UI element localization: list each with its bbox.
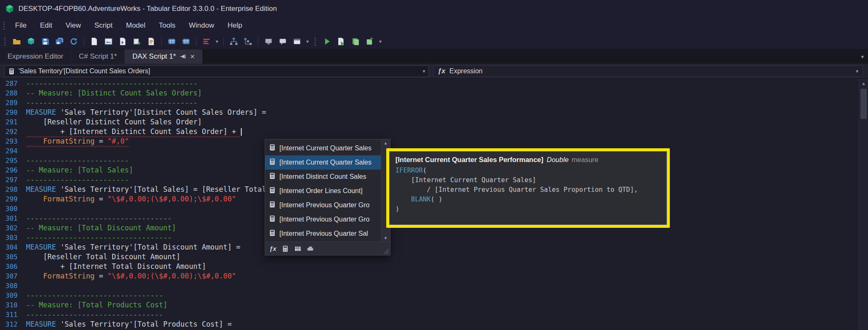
table-export-icon [182,37,190,46]
dax-query-button[interactable] [116,35,129,48]
code-line[interactable]: 289-------------------------------------… [0,98,859,108]
code-line[interactable]: 292 + [Internet Distinct Count Sales Ord… [0,127,859,137]
menu-script[interactable]: Script [88,18,119,34]
measure-selector-chevron-icon[interactable]: ▾ [423,68,425,74]
intellisense-item[interactable]: [Internet Distinct Count Sales [265,170,390,184]
code-line[interactable]: 290MEASURE 'Sales Territory'[Distinct Co… [0,108,859,117]
intellisense-item[interactable]: [Internet Current Quarter Sales [265,155,390,170]
line-number: 295 [0,156,26,165]
new-script-button[interactable] [88,35,101,48]
scroll-up-arrow-icon[interactable]: ▲ [859,79,868,88]
format-dax-icon [202,37,211,46]
save-all-button[interactable] [53,35,66,48]
columns-filter-icon[interactable] [294,245,302,253]
menu-window[interactable]: Window [182,18,221,34]
code-line[interactable]: 307 FormatString = "\$#,0.00;(\$#,0.00);… [0,271,859,281]
tab-overflow-chevron-icon[interactable]: ▾ [861,49,864,64]
comment-button[interactable] [276,35,289,48]
code-line[interactable]: 304MEASURE 'Sales Territory'[Total Disco… [0,242,859,252]
run-button[interactable] [320,35,334,48]
tab-dax-script[interactable]: DAX Script 1* × [125,49,202,64]
pin-tab-icon[interactable] [180,54,186,59]
refresh-button[interactable] [67,35,80,48]
line-number: 296 [0,165,26,175]
expression-property-chevron-icon[interactable]: ▾ [856,68,858,74]
format-dax-dropdown-chevron[interactable]: ▾ [214,39,220,44]
code-line[interactable]: 287-------------------------------------… [0,79,859,88]
code-line[interactable]: 311-------------------------------- [0,310,859,320]
intellisense-item[interactable]: [Internet Previous Quarter Gro [265,198,390,212]
open-file-button[interactable] [10,35,23,48]
code-line[interactable]: 288-- Measure: [Distinct Count Sales Ord… [0,88,859,98]
intellisense-item[interactable]: [Internet Order Lines Count] [265,184,390,198]
line-number: 293 [0,137,26,146]
code-line[interactable]: 303---------------------------------- [0,233,859,242]
code-line[interactable]: 312MEASURE 'Sales Territory'[Total Produ… [0,320,859,329]
intellisense-item[interactable]: [Internet Previous Quarter Sal [265,227,390,241]
code-text: ---------------------------------------- [26,98,197,108]
menu-model[interactable]: Model [119,18,152,34]
menu-tools[interactable]: Tools [152,18,182,34]
publish-button[interactable] [363,35,377,48]
dependencies-button[interactable] [227,35,240,48]
intellisense-item[interactable]: [Internet Previous Quarter Gro [265,212,390,227]
scroll-down-arrow-icon[interactable]: ▼ [384,236,388,240]
window-layout-button[interactable] [290,35,304,48]
tables-filter-icon[interactable] [307,245,314,253]
resize-grip-icon[interactable] [384,249,389,254]
toolbar-separator [196,37,196,46]
measure-selector-combobox[interactable]: 'Sales Territory'[Distinct Count Sales O… [4,65,429,77]
measure-icon [269,229,276,238]
scroll-up-arrow-icon[interactable]: ▲ [384,141,388,145]
deploy-button[interactable] [349,35,362,48]
code-line[interactable]: 293 FormatString = "#,0" [0,137,859,146]
close-tab-icon[interactable]: × [190,53,195,60]
intellisense-item-label: [Internet Previous Quarter Gro [279,201,369,209]
tooltip-code-line: / [Internet Previous Quarter Sales Propo… [395,185,661,195]
hierarchy-button[interactable] [241,35,255,48]
menu-edit[interactable]: Edit [33,18,59,34]
measure-icon [269,215,276,224]
menu-view[interactable]: View [59,18,88,34]
tab-expression-editor[interactable]: Expression Editor [0,49,71,64]
line-number: 301 [0,214,26,223]
code-line[interactable]: 310-- Measure: [Total Products Cost] [0,300,859,310]
code-line[interactable]: 306 + [Internet Total Discount Amount] [0,262,859,271]
export-table-button[interactable] [179,35,193,48]
new-measure-button[interactable] [130,35,144,48]
code-line[interactable]: 309-------------------------------- [0,291,859,300]
code-text: ---------------------------------- [26,233,172,242]
tab-csharp-script[interactable]: C# Script 1* [71,49,125,64]
format-dax-button[interactable] [200,35,213,48]
menu-file[interactable]: File [8,18,33,34]
import-table-button[interactable] [165,35,178,48]
intellisense-list: [Internet Current Quarter Sales[Internet… [265,139,390,242]
measures-filter-icon[interactable] [282,245,289,253]
run-script-button[interactable] [335,35,348,48]
code-line[interactable]: 308 [0,281,859,291]
code-line[interactable]: 305 [Reseller Total Discount Amount] [0,252,859,262]
tooltip-code-line: BLANK( ) [395,195,661,204]
editor-scrollbar[interactable]: ▲ [859,79,868,330]
scrollbar-thumb[interactable] [860,89,867,119]
window-layout-dropdown-chevron[interactable]: ▾ [305,39,310,44]
screen-view-button[interactable] [262,35,275,48]
functions-filter-icon[interactable]: ƒx [269,245,276,252]
line-number: 307 [0,271,26,281]
open-model-button[interactable] [24,35,38,48]
save-button[interactable] [39,35,52,48]
intellisense-item[interactable]: [Internet Current Quarter Sales [265,141,390,155]
line-number: 312 [0,320,26,329]
macro-script-button[interactable] [145,35,158,48]
expression-property-combobox[interactable]: ƒx Expression ▾ [433,65,863,77]
line-number: 311 [0,310,26,320]
diagram-view-button[interactable] [102,35,115,48]
line-number: 303 [0,233,26,242]
publish-dropdown-chevron[interactable]: ▾ [377,39,383,44]
code-line[interactable]: 291 [Reseller Distinct Count Sales Order… [0,117,859,127]
window-title: DESKTOP-4FOPB60.AdventureWorks - Tabular… [18,5,277,13]
line-number: 294 [0,146,26,156]
intellisense-filter-bar: ƒx [265,242,390,255]
publish-icon [366,37,374,46]
menu-help[interactable]: Help [221,18,249,34]
